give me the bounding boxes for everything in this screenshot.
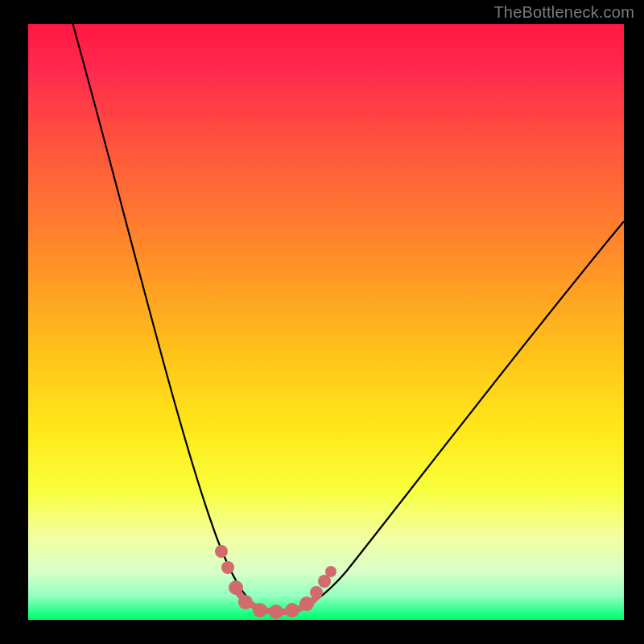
- highlight-marker: [285, 603, 299, 617]
- highlight-marker: [253, 603, 267, 617]
- highlight-marker: [229, 580, 243, 595]
- highlight-marker: [238, 595, 253, 609]
- watermark-text: TheBottleneck.com: [493, 3, 634, 22]
- curve-overlay: [28, 24, 624, 620]
- highlight-marker: [310, 586, 323, 599]
- highlight-marker: [299, 597, 314, 611]
- chart-frame: TheBottleneck.com: [0, 0, 644, 644]
- left-curve: [68, 8, 262, 609]
- highlight-marker: [221, 561, 234, 574]
- plot-area: [28, 24, 624, 620]
- highlight-marker: [269, 605, 283, 619]
- highlight-marker: [215, 545, 228, 558]
- highlight-marker: [325, 566, 336, 577]
- right-curve: [294, 221, 624, 609]
- highlight-markers: [215, 545, 336, 619]
